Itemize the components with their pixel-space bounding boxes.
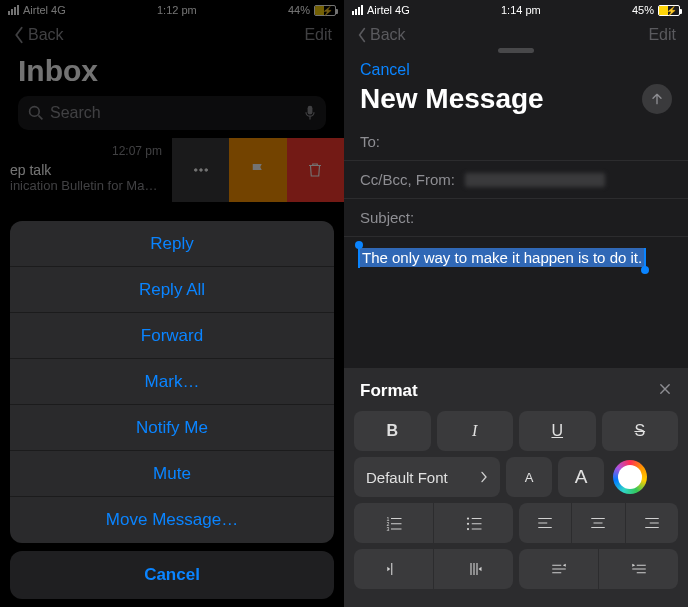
bold-button[interactable]: B — [354, 411, 431, 451]
indent-icon — [465, 560, 483, 578]
compose-title: New Message — [360, 83, 544, 115]
italic-button[interactable]: I — [437, 411, 514, 451]
status-bar: Airtel 4G 1:14 pm 45% ⚡ — [344, 0, 688, 20]
action-sheet-group: Reply Reply All Forward Mark… Notify Me … — [10, 221, 334, 543]
battery-icon: ⚡ — [658, 5, 680, 16]
arrow-up-icon — [649, 91, 665, 107]
carrier-label: Airtel 4G — [367, 4, 410, 16]
align-right-button[interactable] — [625, 503, 678, 543]
font-size-increase-button[interactable]: A — [558, 457, 604, 497]
strikethrough-button[interactable]: S — [602, 411, 679, 451]
action-mute[interactable]: Mute — [10, 451, 334, 497]
send-button[interactable] — [642, 84, 672, 114]
battery-pct: 45% — [632, 4, 654, 16]
strike-label: S — [634, 422, 645, 440]
action-notify-me[interactable]: Notify Me — [10, 405, 334, 451]
from-address-redacted — [465, 173, 605, 187]
font-picker-button[interactable]: Default Font — [354, 457, 500, 497]
chevron-left-icon — [356, 27, 368, 43]
indent-group — [354, 549, 513, 589]
subject-field[interactable]: Subject: — [344, 199, 688, 237]
signal-bars-icon — [352, 5, 363, 15]
selection-start-handle[interactable] — [355, 241, 363, 249]
selected-body-text[interactable]: The only way to make it happen is to do … — [360, 248, 644, 267]
compose-body[interactable]: The only way to make it happen is to do … — [344, 237, 688, 267]
action-move-message[interactable]: Move Message… — [10, 497, 334, 543]
bold-label: B — [386, 422, 398, 440]
underline-label: U — [551, 422, 563, 440]
bullet-list-icon — [465, 514, 483, 532]
alignment-group — [519, 503, 678, 543]
svg-point-12 — [466, 517, 468, 519]
phone-left-screenshot: Airtel 4G 1:12 pm 44% ⚡ Back Edit Inbox … — [0, 0, 344, 607]
align-left-button[interactable] — [519, 503, 571, 543]
to-label: To: — [360, 133, 380, 150]
selection-end-caret[interactable] — [644, 248, 646, 268]
list-style-group: 123 — [354, 503, 513, 543]
ccbcc-from-field[interactable]: Cc/Bcc, From: — [344, 161, 688, 199]
action-forward[interactable]: Forward — [10, 313, 334, 359]
align-center-icon — [589, 514, 607, 532]
font-label: Default Font — [366, 469, 448, 486]
svg-text:3: 3 — [386, 526, 389, 532]
format-close-button[interactable] — [658, 380, 672, 401]
numbered-list-button[interactable]: 123 — [354, 503, 433, 543]
action-reply-all[interactable]: Reply All — [10, 267, 334, 313]
outdent-button[interactable] — [354, 549, 433, 589]
numbered-list-icon: 123 — [385, 514, 403, 532]
ltr-icon — [550, 560, 568, 578]
svg-point-14 — [466, 528, 468, 530]
edit-button-bg: Edit — [648, 26, 676, 44]
chevron-right-icon — [480, 470, 488, 484]
phone-right-screenshot: Airtel 4G 1:14 pm 45% ⚡ Back Edit Cancel… — [344, 0, 688, 607]
text-color-button[interactable] — [610, 457, 650, 497]
back-button-bg: Back — [356, 26, 406, 44]
indent-button[interactable] — [433, 549, 513, 589]
status-time: 1:14 pm — [501, 4, 541, 16]
align-center-button[interactable] — [571, 503, 624, 543]
ltr-button[interactable] — [519, 549, 598, 589]
underline-button[interactable]: U — [519, 411, 596, 451]
ccbcc-label: Cc/Bcc, From: — [360, 171, 455, 188]
color-ring-icon — [613, 460, 647, 494]
compose-sheet: Cancel New Message To: Cc/Bcc, From: Sub… — [344, 44, 688, 607]
action-cancel[interactable]: Cancel — [10, 551, 334, 599]
format-title: Format — [360, 381, 418, 401]
outdent-icon — [385, 560, 403, 578]
align-right-icon — [643, 514, 661, 532]
bullet-list-button[interactable] — [433, 503, 513, 543]
selection-start-caret[interactable] — [358, 248, 360, 268]
action-mark[interactable]: Mark… — [10, 359, 334, 405]
selection-end-handle[interactable] — [641, 266, 649, 274]
align-left-icon — [536, 514, 554, 532]
cancel-button[interactable]: Cancel — [360, 61, 410, 79]
font-size-decrease-button[interactable]: A — [506, 457, 552, 497]
rtl-icon — [630, 560, 648, 578]
rtl-button[interactable] — [598, 549, 678, 589]
svg-point-13 — [466, 523, 468, 525]
to-field[interactable]: To: — [344, 123, 688, 161]
close-icon — [658, 382, 672, 396]
back-label: Back — [370, 26, 406, 44]
italic-label: I — [472, 422, 477, 440]
subject-label: Subject: — [360, 209, 414, 226]
format-panel: Format B I U S Default Font A A — [344, 368, 688, 607]
action-reply[interactable]: Reply — [10, 221, 334, 267]
action-sheet: Reply Reply All Forward Mark… Notify Me … — [10, 221, 334, 599]
direction-group — [519, 549, 678, 589]
